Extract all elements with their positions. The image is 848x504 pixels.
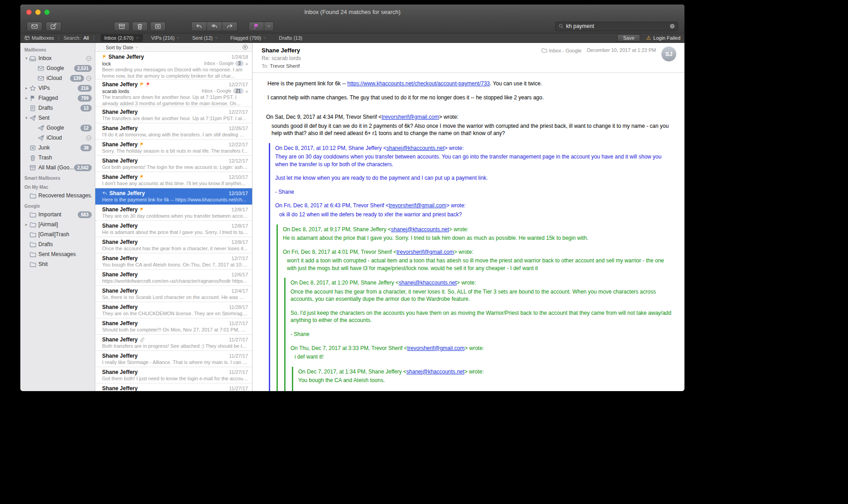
message-recipients: To: Trevor Sherif xyxy=(262,63,301,69)
favorites-shortcut-flagged-799[interactable]: Flagged (799) xyxy=(227,34,271,42)
login-failed-warning[interactable]: ⚠ Login Failed xyxy=(646,35,680,41)
email-link[interactable]: shanej@khaccounts.net xyxy=(391,226,449,233)
sidebar-item-all-mail-goo[interactable]: All Mail (Goo...2,542 xyxy=(20,163,95,173)
junk-button[interactable] xyxy=(150,22,166,31)
search-scope-all[interactable]: All xyxy=(83,35,89,41)
reply-all-button[interactable] xyxy=(206,22,222,31)
save-search-button[interactable]: Save xyxy=(617,34,640,42)
message-paragraph: i def want it! xyxy=(295,353,673,361)
search-field[interactable]: kh payment xyxy=(555,22,678,31)
get-mail-button[interactable] xyxy=(27,22,42,31)
message-list-item[interactable]: Shane Jeffery12/10/17Here is the payment… xyxy=(95,188,252,205)
divider xyxy=(59,35,59,41)
sidebar-item-vips[interactable]: ▸VIPs216 xyxy=(20,83,95,93)
thread-expand-icon[interactable]: » xyxy=(245,89,248,94)
list-date: 12/12/17 xyxy=(229,158,248,163)
message-list-item[interactable]: Shane Jeffery12/8/17He is adamant about … xyxy=(95,221,252,237)
disclosure-closed-icon[interactable]: ▸ xyxy=(24,222,29,227)
favorites-shortcut-vips-216[interactable]: VIPs (216) xyxy=(148,34,184,42)
sidebar-item-junk[interactable]: Junk38 xyxy=(20,143,95,153)
email-link[interactable]: shanej@khaccounts.net xyxy=(386,145,444,151)
reply-button[interactable] xyxy=(191,22,207,31)
message-list-item[interactable]: Shane Jeffery12/27/17The transfers are d… xyxy=(95,107,252,123)
sidebar-item-drafts[interactable]: Drafts13 xyxy=(20,103,95,113)
email-link[interactable]: trevorsherif@gmail.com xyxy=(397,249,454,255)
mailbox-status-icon[interactable] xyxy=(86,75,92,81)
sidebar-item-gmail-trash[interactable]: [Gmail]Trash xyxy=(20,229,95,239)
clear-search-icon[interactable] xyxy=(670,23,675,29)
message-list-item[interactable]: Shane Jeffery11/27/17 xyxy=(95,383,252,391)
zoom-button[interactable] xyxy=(44,9,50,15)
sidebar-item-airmail[interactable]: ▸[Airmail] xyxy=(20,219,95,229)
email-link[interactable]: shanej@khaccounts.net xyxy=(407,369,464,375)
favorites-bar: Mailboxes Search: All Inbox (2,670)VIPs … xyxy=(20,33,684,43)
filter-icon[interactable] xyxy=(242,44,248,50)
flag-button[interactable] xyxy=(248,22,264,31)
favorites-shortcut-sent-12[interactable]: Sent (12) xyxy=(188,34,221,42)
message-row-main: Shane Jeffery11/27/17 xyxy=(102,353,248,359)
delete-button[interactable] xyxy=(132,22,148,31)
message-list-item[interactable]: Shane Jeffery12/6/17https://worldofwarcr… xyxy=(95,270,252,286)
message-list-item[interactable]: Shane Jeffery12/22/17Sorry. The holiday … xyxy=(95,140,252,156)
sidebar-item-shit[interactable]: Shit xyxy=(20,259,95,269)
sidebar-item-important[interactable]: Important683 xyxy=(20,210,95,219)
sort-by-button[interactable]: Sort by Date xyxy=(106,45,139,50)
message-list-item[interactable]: Shane Jeffery11/28/17They are on the CHU… xyxy=(95,302,252,318)
forward-button[interactable] xyxy=(222,22,238,31)
message-list-item[interactable]: Shane Jeffery12/4/17So, there is no Scar… xyxy=(95,286,252,302)
disclosure-open-icon[interactable]: ▾ xyxy=(24,116,29,120)
mailbox-status-icon[interactable] xyxy=(86,56,92,61)
email-link[interactable]: trevorsherif@gmail.com xyxy=(389,202,446,209)
message-list-item[interactable]: Shane Jeffery12/26/17I'll do it all tomo… xyxy=(95,123,252,140)
disclosure-closed-icon[interactable]: ▸ xyxy=(24,96,29,100)
url-link[interactable]: https://www.khaccounts.net/checkout/acco… xyxy=(347,80,490,87)
message-list-item[interactable]: Shane Jeffery12/27/17scarab lordsInbox -… xyxy=(95,79,252,107)
sidebar-item-google[interactable]: Google2,531 xyxy=(20,63,95,73)
sidebar-item-icloud[interactable]: iCloud xyxy=(20,133,95,143)
list-subject: lock xyxy=(102,61,111,66)
flag-menu-button[interactable] xyxy=(264,22,274,31)
sidebar-item-icloud[interactable]: iCloud139 xyxy=(20,73,95,83)
sidebar-section-header: Mailboxes xyxy=(20,44,95,53)
sidebar-item-inbox[interactable]: ▾Inbox xyxy=(20,53,95,63)
message-list-item[interactable]: Shane Jeffery12/8/17Once the account has… xyxy=(95,237,252,253)
thread-expand-icon[interactable]: » xyxy=(245,61,248,66)
search-icon xyxy=(558,23,564,29)
minimize-button[interactable] xyxy=(35,9,41,15)
favorites-shortcut-drafts-13[interactable]: Drafts (13) xyxy=(275,34,306,42)
sidebar-item-right: 683 xyxy=(78,211,95,218)
message-list-item[interactable]: Shane Jeffery11/27/17Got them both! I ju… xyxy=(95,367,252,383)
sidebar-item-google[interactable]: Google12 xyxy=(20,123,95,133)
email-link[interactable]: trevorsherif@gmail.com xyxy=(382,114,439,120)
favorites-shortcut-inbox-2-670[interactable]: Inbox (2,670) xyxy=(101,34,143,42)
search-input[interactable]: kh payment xyxy=(566,23,667,29)
email-link[interactable]: shanej@khaccounts.net xyxy=(399,280,457,286)
message-list-item[interactable]: Shane Jeffery1/24/18lockInbox - Google3»… xyxy=(95,52,252,79)
message-date: December 10, 2017 at 1:23 PM xyxy=(587,47,656,53)
sidebar-item-sent-messages[interactable]: Sent Messages xyxy=(20,249,95,259)
recipient-name[interactable]: Trevor Sherif xyxy=(270,63,300,69)
sidebar-item-sent[interactable]: ▾Sent xyxy=(20,113,95,123)
compose-button[interactable] xyxy=(46,22,61,31)
mailboxes-button[interactable]: Mailboxes xyxy=(24,35,54,41)
message-list-item[interactable]: Shane Jeffery11/27/17I really like Storm… xyxy=(95,351,252,367)
archive-button[interactable] xyxy=(114,22,130,31)
message-list-item[interactable]: Shane Jeffery12/12/17Got both payments! … xyxy=(95,156,252,172)
email-link[interactable]: trevorsherif@gmail.com xyxy=(407,345,464,351)
sidebar-item-flagged[interactable]: ▸Flagged799 xyxy=(20,93,95,103)
sidebar-item-label: Google xyxy=(47,65,64,71)
message-list-item[interactable]: Shane Jeffery12/8/17They are on 30 day c… xyxy=(95,205,252,221)
message-list-item[interactable]: Shane Jeffery11/27/17Should both be comp… xyxy=(95,318,252,335)
disclosure-open-icon[interactable]: ▾ xyxy=(24,56,29,61)
sidebar-item-trash[interactable]: Trash xyxy=(20,153,95,163)
message-row-main: Shane Jeffery12/7/17 xyxy=(102,255,248,261)
message-list-item[interactable]: Shane Jeffery11/27/17Both transfers are … xyxy=(95,335,252,351)
disclosure-closed-icon[interactable]: ▸ xyxy=(24,86,29,90)
close-button[interactable] xyxy=(26,9,32,15)
sidebar-item-drafts[interactable]: Drafts xyxy=(20,239,95,249)
message-list-item[interactable]: Shane Jeffery12/10/17I don't have any ac… xyxy=(95,172,252,188)
title-bar[interactable]: Inbox (Found 24 matches for search) xyxy=(20,5,684,19)
message-list-item[interactable]: Shane Jeffery12/7/17You bough the CA and… xyxy=(95,253,252,270)
sidebar-item-recovered-messages[interactable]: Recovered Messages... xyxy=(20,191,95,201)
mailbox-status-icon[interactable] xyxy=(86,135,92,141)
